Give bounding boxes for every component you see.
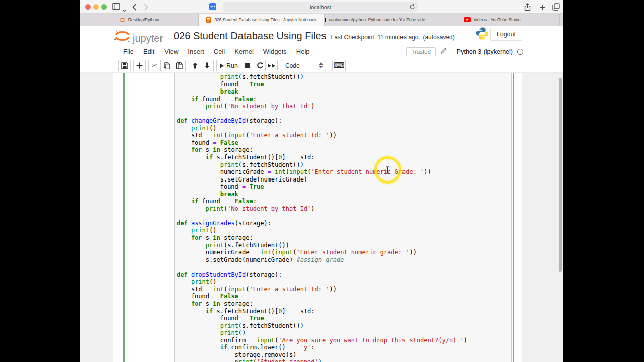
browser-titlebar: localhost <box>80 0 564 14</box>
code-line[interactable]: found = True <box>177 183 467 191</box>
insert-cell-button[interactable] <box>133 60 146 71</box>
minimize-window-button[interactable] <box>93 4 99 10</box>
zoom-window-button[interactable] <box>101 4 107 10</box>
scrollbar-thumb[interactable] <box>559 78 562 272</box>
save-button[interactable] <box>118 60 131 71</box>
new-tab-icon[interactable] <box>539 4 546 13</box>
menu-item-help[interactable]: Help <box>296 48 310 55</box>
back-icon[interactable] <box>132 4 137 13</box>
code-line[interactable] <box>177 110 467 118</box>
code-line[interactable]: print() <box>177 329 467 337</box>
ibeam-cursor-icon <box>385 166 390 176</box>
sidebar-icon[interactable] <box>112 3 121 12</box>
code-line[interactable]: break <box>177 88 467 96</box>
command-palette-button[interactable]: ⌨ <box>332 60 346 71</box>
code-line[interactable]: def dropStudentById(storage): <box>177 271 467 279</box>
code-line[interactable]: sId = int(input('Enter a student Id: ')) <box>177 286 467 293</box>
tab-overview-icon[interactable] <box>552 3 560 13</box>
copy-cell-button[interactable] <box>160 60 173 71</box>
browser-tab-3[interactable]: captainnima/python: Python code for YouT… <box>325 14 425 26</box>
close-window-button[interactable] <box>85 4 91 10</box>
code-line[interactable]: if s.fetchStudent()[0] == sId: <box>177 154 467 161</box>
checkpoint-status: Last Checkpoint: 11 minutes ago <box>331 34 419 41</box>
cut-cell-button[interactable]: ✂ <box>148 60 161 71</box>
menu-item-edit[interactable]: Edit <box>143 48 154 55</box>
code-line[interactable]: print() <box>177 278 467 286</box>
move-cell-down-button[interactable] <box>201 60 214 71</box>
edit-title-pencil-icon[interactable] <box>440 47 447 56</box>
code-line[interactable] <box>177 263 467 271</box>
code-line[interactable]: numericGrade = int(input('Enter student … <box>177 249 467 256</box>
arrow-up-icon <box>192 62 198 69</box>
code-line[interactable]: for s in storage: <box>177 146 467 154</box>
paste-icon <box>176 62 183 69</box>
code-line[interactable]: if confirm.lower() == 'y': <box>177 344 467 351</box>
autosave-status: (autosaved) <box>423 34 454 41</box>
jupyter-logo[interactable]: jupyter <box>114 29 163 43</box>
code-editor[interactable]: print(s.fetchStudent()) found = True bre… <box>177 73 467 362</box>
code-line[interactable]: print(s.fetchStudent()) <box>177 242 467 249</box>
menu-item-insert[interactable]: Insert <box>188 48 204 55</box>
trusted-badge: Trusted <box>406 47 436 56</box>
move-cell-up-button[interactable] <box>189 60 201 71</box>
chevron-down-icon[interactable] <box>122 5 127 14</box>
select-stepper-icon <box>319 62 323 68</box>
code-line[interactable]: sId = int(input('Enter a student Id: ')) <box>177 132 467 139</box>
selected-cell-border-left <box>123 73 125 362</box>
menu-item-widgets[interactable]: Widgets <box>263 48 287 55</box>
code-line[interactable]: print('No student by that Id') <box>177 205 467 213</box>
address-bar[interactable]: localhost <box>223 2 418 12</box>
code-line[interactable]: found = True <box>177 81 467 88</box>
code-line[interactable]: def changeGradeById(storage): <box>177 117 467 125</box>
code-line[interactable]: print('Student dropped') <box>177 358 467 362</box>
notebook-area: print(s.fetchStudent()) found = True bre… <box>80 73 564 362</box>
code-line[interactable]: confirm = input('Are you sure you want t… <box>177 337 467 344</box>
code-line[interactable]: storage.remove(s) <box>177 351 467 359</box>
code-line[interactable]: for s in storage: <box>177 234 467 242</box>
code-line[interactable]: if s.fetchStudent()[0] == sId: <box>177 308 467 315</box>
code-line[interactable]: if found == False: <box>177 96 467 103</box>
menu-item-file[interactable]: File <box>123 48 134 55</box>
menu-item-cell[interactable]: Cell <box>214 48 225 55</box>
paste-cell-button[interactable] <box>173 60 186 71</box>
kernel-name: Python 3 (ipykernel) <box>457 48 513 55</box>
code-line[interactable]: numericGrade = int(input('Enter student … <box>177 168 467 176</box>
code-line[interactable]: s.setGrade(numericGrade) #assign grade <box>177 256 467 264</box>
jupyter-icon <box>119 17 126 23</box>
code-line[interactable] <box>177 212 467 220</box>
forward-icon[interactable] <box>144 4 148 13</box>
divider <box>452 48 452 56</box>
code-line[interactable]: print() <box>177 227 467 234</box>
browser-tab-1[interactable]: Desktop/Python/ <box>80 14 199 26</box>
run-cell-button[interactable]: Run <box>216 60 242 71</box>
code-line[interactable]: for s in storage: <box>177 300 467 308</box>
code-line[interactable]: print() <box>177 125 467 132</box>
reload-icon[interactable] <box>409 4 415 11</box>
menu-item-kernel[interactable]: Kernel <box>234 48 254 55</box>
code-line[interactable]: def assignGrades(storage): <box>177 220 467 227</box>
code-line[interactable]: found = True <box>177 315 467 322</box>
logout-button[interactable]: Logout <box>490 28 522 41</box>
menu-item-view[interactable]: View <box>164 48 178 55</box>
code-line[interactable]: found = False <box>177 293 467 300</box>
code-line[interactable]: s.setGrade(numericGrade) <box>177 176 467 184</box>
share-icon[interactable] <box>524 3 531 13</box>
browser-tab-2[interactable]: 026 Student Database Using Files - Jupyt… <box>199 14 325 26</box>
code-line[interactable]: print(s.fetchStudent()) <box>177 322 467 330</box>
code-line[interactable]: break <box>177 191 467 198</box>
code-line[interactable]: print('No student by that Id') <box>177 103 467 110</box>
browser-tab-4[interactable]: Videos - YouTube Studio <box>425 14 560 26</box>
github-icon <box>325 17 326 23</box>
code-line[interactable]: print(s.fetchStudent()) <box>177 73 467 81</box>
code-line[interactable]: found = False <box>177 139 467 147</box>
code-line[interactable]: print(s.fetchStudent()) <box>177 161 467 169</box>
jupyter-logo-text: jupyter <box>133 33 163 43</box>
interrupt-kernel-button[interactable] <box>241 60 254 71</box>
restart-kernel-button[interactable] <box>254 60 266 71</box>
extension-icon[interactable] <box>209 3 216 10</box>
notebook-title[interactable]: 026 Student Database Using Files <box>174 30 327 42</box>
play-icon <box>220 63 224 68</box>
cell-type-select[interactable]: Code <box>281 60 326 71</box>
code-line[interactable]: if found == False: <box>177 198 467 205</box>
restart-run-all-button[interactable] <box>265 60 278 71</box>
